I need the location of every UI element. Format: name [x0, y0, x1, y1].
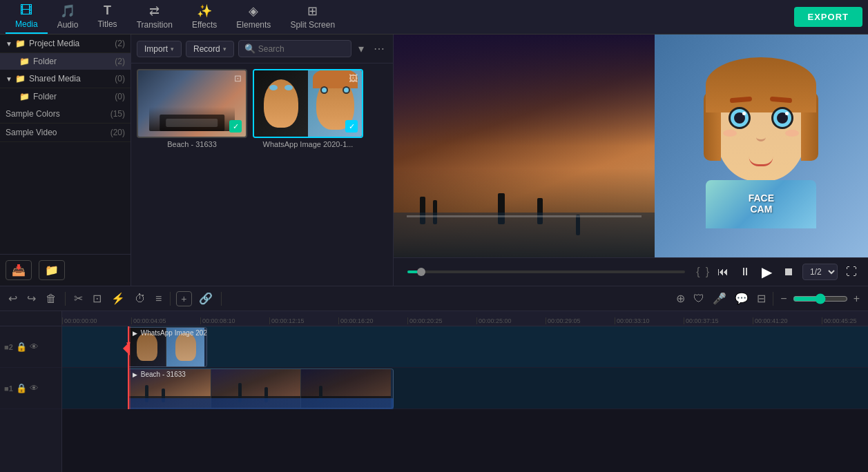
progress-dot — [417, 268, 425, 276]
track1-label: ■1 🔒 👁 — [0, 368, 61, 409]
eq-button[interactable]: ≡ — [153, 291, 164, 306]
import-arrow-icon: ▾ — [171, 46, 174, 52]
zoom-in-button[interactable]: + — [851, 291, 862, 306]
sidebar-folder1[interactable]: 📁 Folder (2) — [0, 53, 131, 70]
bracket-right[interactable]: } — [706, 266, 709, 278]
nav-item-effects[interactable]: ✨ Effects — [182, 1, 226, 34]
subtitle-button[interactable]: 💬 — [732, 291, 751, 306]
redo-button[interactable]: ↪ — [24, 291, 39, 306]
grid-icon[interactable]: ⋯ — [371, 41, 387, 57]
zoom-out-button[interactable]: − — [778, 291, 789, 306]
track2-lock-icon[interactable]: 🔒 — [16, 342, 27, 352]
nav-item-media[interactable]: 🎞 Media — [6, 1, 48, 34]
ruler-mark-5: 00:00:20:25 — [407, 317, 476, 324]
nav-item-audio[interactable]: 🎵 Audio — [48, 1, 88, 34]
play-button[interactable]: ▶ — [759, 262, 775, 282]
sample-video-count: (20) — [110, 128, 125, 137]
speed-button[interactable]: ⚡ — [108, 291, 128, 306]
bracket-left[interactable]: { — [696, 266, 700, 278]
record-dropdown[interactable]: Record ▾ — [186, 41, 234, 57]
add-folder-button[interactable]: 📥 — [6, 260, 32, 280]
tl-separator-1 — [65, 292, 66, 306]
transition-icon: ⇄ — [149, 3, 160, 19]
nav-item-transition[interactable]: ⇄ Transition — [127, 1, 182, 34]
filter-icon[interactable]: ▾ — [356, 41, 367, 57]
shared-media-count: (0) — [115, 74, 125, 83]
ruler-mark-7: 00:00:29:05 — [546, 317, 615, 324]
sidebar: ▼ 📁 Project Media (2) 📁 Folder (2) ▼ 📁 S… — [0, 35, 131, 286]
sample-colors-label: Sample Colors — [6, 109, 60, 119]
search-input[interactable] — [258, 44, 345, 54]
tl-ruler: 00:00:00:00 00:00:04:05 00:00:08:10 00:0… — [62, 311, 868, 326]
whatsapp-label: WhatsApp Image 2020-1... — [253, 138, 363, 148]
nav-item-elements[interactable]: ◈ Elements — [226, 1, 280, 34]
snap-button[interactable]: ⊕ — [673, 291, 688, 306]
frame-back-button[interactable]: ⏸ — [737, 264, 753, 279]
track2-label: ■2 🔒 👁 — [0, 326, 61, 368]
import-dropdown[interactable]: Import ▾ — [137, 41, 182, 57]
track1-eye-icon[interactable]: 👁 — [30, 383, 39, 393]
project-media-count: (2) — [115, 39, 125, 48]
whatsapp-thumb-icon: 🖼 — [349, 73, 358, 83]
track1-lock-icon[interactable]: 🔒 — [16, 383, 27, 393]
media-grid: ⊡ ✓ Beach - 31633 — [131, 63, 393, 286]
folder1-count: (2) — [115, 57, 125, 66]
track2-clip[interactable]: ▶ WhatsApp Image 202 — [128, 327, 207, 367]
fullscreen-button[interactable]: ⛶ — [843, 264, 860, 279]
audio-icon: 🎵 — [60, 3, 75, 19]
beach-label: Beach - 31633 — [137, 138, 247, 148]
split-btn[interactable]: ⊟ — [754, 291, 769, 306]
export-button[interactable]: EXPORT — [794, 7, 862, 27]
nav-label-titles: Titles — [97, 19, 117, 29]
shared-media-header[interactable]: ▼ 📁 Shared Media (0) — [0, 70, 131, 88]
media-item-beach[interactable]: ⊡ ✓ Beach - 31633 — [137, 69, 247, 148]
progress-bar[interactable] — [407, 271, 685, 273]
record-label: Record — [193, 44, 220, 54]
shield-button[interactable]: 🛡 — [691, 291, 707, 306]
shared-media-label: Shared Media — [29, 74, 81, 83]
nav-item-titles[interactable]: T Titles — [88, 1, 126, 34]
project-media-arrow: ▼ — [6, 40, 12, 48]
nav-label-effects: Effects — [192, 20, 217, 30]
frame-selector[interactable]: 1/2 — [802, 264, 838, 280]
cut-button[interactable]: ✂ — [71, 291, 86, 306]
ruler-mark-10: 00:00:41:20 — [753, 317, 822, 324]
ruler-mark-11: 00:00:45:25 — [822, 317, 868, 324]
crop-button[interactable]: ⊡ — [90, 291, 104, 306]
mic-button[interactable]: 🎤 — [710, 291, 729, 306]
track1-clip-icon: ▶ — [133, 371, 137, 378]
tl-right-tools: ⊕ 🛡 🎤 💬 ⊟ − + — [673, 291, 862, 306]
media-item-whatsapp[interactable]: 🖼 ✓ WhatsApp Image 2020-1... — [253, 69, 363, 148]
zoom-slider[interactable] — [793, 293, 848, 304]
sidebar-folder2[interactable]: 📁 Folder (0) — [0, 88, 131, 105]
nav-label-audio: Audio — [57, 20, 79, 30]
link-button[interactable]: 🔗 — [196, 291, 215, 306]
search-box[interactable]: 🔍 — [238, 40, 351, 57]
project-media-header[interactable]: ▼ 📁 Project Media (2) — [0, 35, 131, 53]
delete-button[interactable]: 🗑 — [43, 291, 59, 306]
effects-icon: ✨ — [197, 3, 212, 19]
tl-label-header — [0, 311, 61, 326]
media-icon: 🎞 — [20, 3, 32, 18]
stop-button[interactable]: ⏹ — [780, 264, 797, 279]
step-back-button[interactable]: ⏮ — [715, 264, 731, 279]
preview-panel: FACE CAM { } ⏮ ⏸ ▶ ⏹ — [394, 35, 868, 286]
titles-icon: T — [104, 3, 111, 18]
folder2-label: Folder — [33, 92, 57, 101]
tl-tracks-body: ▶ WhatsApp Image 202 — [62, 326, 868, 409]
new-folder-button[interactable]: 📁 — [39, 260, 65, 280]
sample-video-item[interactable]: Sample Video (20) — [0, 124, 131, 142]
sample-colors-item[interactable]: Sample Colors (15) — [0, 105, 131, 124]
ruler-mark-8: 00:00:33:10 — [615, 317, 684, 324]
start-marker — [128, 326, 131, 409]
timeline-content: ■2 🔒 👁 ■1 🔒 👁 — [0, 311, 868, 472]
media-toolbar: Import ▾ Record ▾ 🔍 ▾ ⋯ — [131, 35, 393, 63]
start-marker-triangle — [123, 342, 130, 355]
timeline-tracks: 00:00:00:00 00:00:04:05 00:00:08:10 00:0… — [62, 311, 868, 472]
undo-button[interactable]: ↩ — [6, 291, 20, 306]
add-track-button[interactable]: + — [176, 291, 191, 306]
track2-eye-icon[interactable]: 👁 — [30, 342, 39, 352]
timer-button[interactable]: ⏱ — [132, 291, 148, 306]
ruler-mark-4: 00:00:16:20 — [338, 317, 407, 324]
nav-item-splitscreen[interactable]: ⊞ Split Screen — [280, 1, 345, 34]
